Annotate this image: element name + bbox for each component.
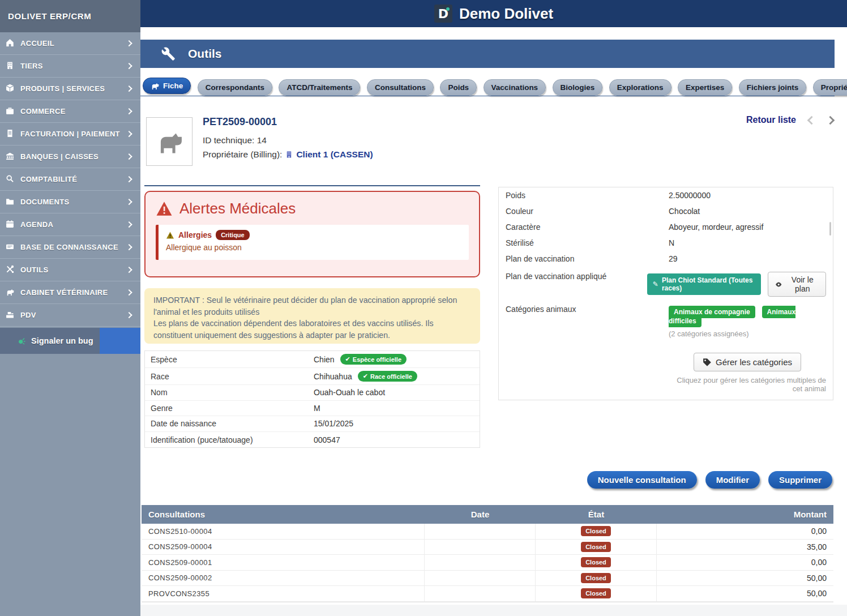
consultation-ref[interactable]: CONS2509-00004	[142, 540, 425, 555]
report-bug-button[interactable]: Signaler un bug	[0, 328, 140, 354]
record-ref: PET2509-00001	[203, 116, 277, 128]
top-header: D Demo Dolivet	[140, 0, 847, 27]
field-row-date-naissance: Date de naissance 15/01/2025	[145, 416, 480, 432]
field-value: 29	[669, 254, 678, 263]
tab-label: Propriétaires	[821, 83, 847, 92]
app-root: DOLIVET ERP/CRM ACCUEIL TIERS PRODUITS |…	[0, 0, 847, 616]
status-badge: Closed	[581, 588, 611, 598]
sidebar-item-facturation-paiement[interactable]: FACTURATION | PAIEMENT	[0, 123, 140, 146]
tab-proprietaires[interactable]: Propriétaires	[813, 79, 847, 96]
field-value: Chocolat	[669, 207, 700, 216]
consultation-ref[interactable]: PROVCONS2355	[142, 586, 425, 601]
attr-row-categories: Catégories animaux Animaux de compagnie …	[499, 302, 833, 400]
sidebar-item-comptabilite[interactable]: COMPTABILITÉ	[0, 168, 140, 191]
tab-bar: Fiche Correspondants ATCD/Traitements Co…	[143, 78, 845, 96]
medical-alerts-title: Alertes Médicales	[179, 200, 296, 217]
sidebar-item-commerce[interactable]: COMMERCE	[0, 100, 140, 123]
tab-fichiers-joints[interactable]: Fichiers joints	[739, 79, 807, 96]
report-bug-label: Signaler un bug	[31, 336, 93, 345]
chevron-right-icon	[126, 108, 132, 114]
consultation-amount: 50,00	[657, 571, 833, 586]
chevron-right-icon	[126, 153, 132, 159]
sidebar-item-pdv[interactable]: PDV	[0, 304, 140, 327]
field-row-espece: Espèce Chien ✔Espèce officielle	[145, 351, 480, 368]
logo-dot	[446, 7, 450, 11]
sidebar-item-documents[interactable]: DOCUMENTS	[0, 191, 140, 213]
consultations-table: Consultations Date État Montant CONS2510…	[142, 505, 833, 602]
tab-expertises[interactable]: Expertises	[678, 79, 732, 96]
tab-fiche[interactable]: Fiche	[143, 78, 191, 94]
sidebar-item-cabinet-veterinaire[interactable]: CABINET VÉTÉRINAIRE	[0, 281, 140, 304]
field-scrollbar[interactable]	[829, 222, 831, 236]
record-navigation: Retour liste	[746, 115, 833, 125]
dog-icon	[6, 288, 15, 296]
pencil-icon: ✎	[653, 280, 658, 288]
back-to-list-link[interactable]: Retour liste	[746, 115, 796, 125]
sidebar-item-banques-caisses[interactable]: BANQUES | CAISSES	[0, 146, 140, 168]
field-value: Chihuahua	[314, 372, 352, 381]
field-label: Catégories animaux	[506, 305, 669, 314]
tab-correspondants[interactable]: Correspondants	[198, 79, 272, 96]
consultation-ref[interactable]: CONS2510-00004	[142, 524, 425, 539]
tab-label: Poids	[448, 83, 469, 92]
manage-categories-button[interactable]: Gérer les catégories	[694, 353, 801, 371]
tab-label: ATCD/Traitements	[286, 83, 352, 92]
cash-register-icon	[6, 310, 15, 319]
next-record-icon[interactable]	[826, 116, 835, 125]
field-label: Nom	[151, 388, 314, 397]
official-breed-badge: ✔Race officielle	[358, 371, 417, 382]
briefcase-icon	[6, 106, 15, 115]
sidebar-item-label: COMMERCE	[20, 107, 66, 116]
record-tech-id: ID technique: 14	[203, 135, 267, 146]
tab-consultations[interactable]: Consultations	[367, 79, 434, 96]
attr-row-poids: Poids 2.50000000	[499, 187, 833, 203]
status-badge: Closed	[581, 573, 611, 583]
chevron-right-icon	[126, 130, 132, 136]
sidebar-item-outils[interactable]: OUTILS	[0, 259, 140, 281]
tab-label: Vaccinations	[491, 83, 538, 92]
invoice-icon	[6, 129, 15, 138]
module-banner: Outils	[140, 40, 835, 68]
identity-table: Espèce Chien ✔Espèce officielle Race Chi…	[144, 350, 480, 448]
sidebar-item-base-de-connaissance[interactable]: BASE DE CONNAISSANCE	[0, 236, 140, 259]
previous-record-icon[interactable]	[807, 116, 816, 125]
sidebar-item-agenda[interactable]: AGENDA	[0, 213, 140, 236]
tab-poids[interactable]: Poids	[440, 79, 477, 96]
tab-vaccinations[interactable]: Vaccinations	[484, 79, 546, 96]
status-badge: Closed	[581, 526, 611, 536]
field-row-genre: Genre M	[145, 401, 480, 417]
field-value: 15/01/2025	[314, 419, 353, 428]
field-row-identification: Identification (puce/tatouage) 000547	[145, 432, 480, 448]
field-label: Date de naissance	[151, 419, 314, 428]
tab-label: Consultations	[375, 83, 426, 92]
consultation-date	[425, 540, 536, 555]
pet-photo-placeholder[interactable]	[146, 117, 192, 166]
page-bottom-background	[140, 605, 847, 616]
consultation-date	[425, 524, 536, 539]
sidebar-item-label: AGENDA	[20, 220, 53, 229]
sidebar-item-tiers[interactable]: TIERS	[0, 55, 140, 78]
tab-explorations[interactable]: Explorations	[609, 79, 671, 96]
field-value: Ouah-Ouah le cabot	[314, 388, 385, 397]
calendar-icon	[6, 220, 15, 228]
vaccination-plan-badge: ✎Plan Chiot Standard (Toutes races)	[647, 273, 761, 295]
chevron-right-icon	[126, 289, 132, 295]
owner-link[interactable]: Client 1 (CASSEN)	[296, 149, 373, 160]
tab-label: Biologies	[561, 83, 595, 92]
view-plan-button[interactable]: Voir le plan	[768, 272, 826, 297]
consultation-amount: 50,00	[657, 586, 833, 601]
sidebar-accent-block	[100, 328, 140, 354]
tab-biologies[interactable]: Biologies	[553, 79, 603, 96]
consultation-ref[interactable]: CONS2509-00002	[142, 571, 425, 586]
sidebar-item-produits-services[interactable]: PRODUITS | SERVICES	[0, 78, 140, 100]
record-owner-row: Propriétaire (Billing): Client 1 (CASSEN…	[203, 149, 373, 160]
table-row: CONS2509-00002 Closed 50,00	[142, 571, 833, 587]
modify-button[interactable]: Modifier	[705, 471, 760, 489]
field-value: M	[314, 404, 320, 413]
tab-label: Fiche	[163, 82, 183, 90]
consultation-ref[interactable]: CONS2509-00001	[142, 555, 425, 570]
new-consultation-button[interactable]: Nouvelle consultation	[587, 471, 697, 489]
tab-atcd-traitements[interactable]: ATCD/Traitements	[279, 79, 360, 96]
sidebar-item-accueil[interactable]: ACCUEIL	[0, 32, 140, 55]
delete-button[interactable]: Supprimer	[768, 471, 832, 489]
